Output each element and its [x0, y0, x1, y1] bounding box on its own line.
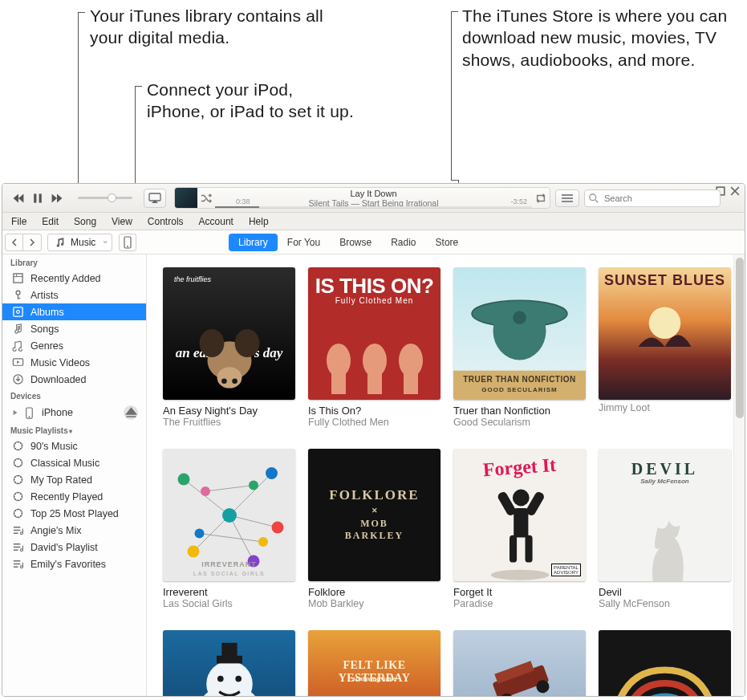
album-artist: Jimmy Loot: [599, 402, 731, 413]
svg-rect-10: [14, 307, 22, 316]
sidebar-playlist-smart[interactable]: Classical Music: [2, 454, 146, 471]
sidebar-playlist[interactable]: Emily's Favorites: [2, 556, 146, 572]
scrollbar-thumb[interactable]: [736, 258, 744, 418]
album-artist: Sally McFenson: [599, 598, 731, 609]
content-body: Library Recently Added Artists Albums So…: [2, 254, 745, 696]
album-art: IRREVERANT LAS SOCIAL GIRLS: [163, 449, 295, 581]
progress-track[interactable]: [215, 206, 532, 208]
menu-help[interactable]: Help: [242, 214, 276, 229]
album-cell[interactable]: DEVIL Sally McFenson Devil Sally McFenso…: [599, 449, 731, 609]
album-cell[interactable]: FELT LIKE YESTERDAY scalawag slate: [308, 630, 440, 696]
album-cell[interactable]: [453, 630, 586, 696]
album-cell[interactable]: HOLIDAY STANDARDS SAMMY DEAN FARLIN, SR.: [163, 630, 295, 696]
back-button[interactable]: [6, 234, 23, 250]
menu-account[interactable]: Account: [192, 214, 241, 229]
album-cell[interactable]: Forget It PARENTALADVISORY Forget It Par…: [453, 449, 586, 609]
downloaded-icon: [12, 373, 24, 385]
sidebar-playlist[interactable]: Angie's Mix: [2, 522, 146, 539]
svg-point-25: [200, 329, 225, 357]
disclosure-icon[interactable]: [12, 409, 18, 416]
sidebar-header-playlists[interactable]: Music Playlists▾: [2, 422, 146, 438]
volume-thumb[interactable]: [108, 193, 116, 202]
smart-playlist-icon: [12, 440, 24, 452]
album-art: SUNSET BLUES: [599, 267, 731, 400]
sidebar-playlist[interactable]: David's Playlist: [2, 539, 146, 556]
svg-point-65: [490, 570, 549, 580]
sidebar-header-devices: Devices: [2, 388, 146, 403]
playlist-icon: [12, 558, 24, 570]
sidebar-playlist-smart[interactable]: My Top Rated: [2, 471, 146, 488]
up-next-button[interactable]: [555, 189, 579, 207]
recently-added-icon: [12, 272, 24, 284]
svg-point-31: [363, 344, 387, 377]
sidebar-item-iphone[interactable]: iPhone: [2, 403, 146, 422]
forward-button[interactable]: [23, 234, 41, 250]
pause-button[interactable]: [30, 190, 46, 206]
sidebar-item-albums[interactable]: Albums: [2, 303, 146, 320]
callout-leader: [135, 86, 136, 190]
album-cell[interactable]: TRUER THAN NONFICTION GOOD SECULARISM Tr…: [453, 267, 586, 428]
sidebar-item-artists[interactable]: Artists: [2, 287, 146, 303]
album-cell[interactable]: an easy night's day the fruitflies An Ea…: [163, 267, 295, 428]
menu-controls[interactable]: Controls: [140, 214, 191, 229]
svg-line-42: [184, 479, 229, 515]
album-cell[interactable]: [599, 630, 731, 696]
tab-browse[interactable]: Browse: [330, 234, 381, 251]
svg-rect-35: [404, 372, 418, 394]
callout-leader: [135, 86, 142, 87]
svg-point-41: [649, 307, 681, 340]
album-artist: Fully Clothed Men: [308, 417, 440, 428]
device-button[interactable]: [119, 234, 136, 251]
sidebar-item-genres[interactable]: Genres: [2, 337, 146, 354]
next-button[interactable]: [49, 190, 65, 206]
media-kind-select[interactable]: Music: [47, 234, 112, 251]
sidebar-playlist-smart[interactable]: 90's Music: [2, 438, 146, 454]
svg-rect-4: [149, 193, 160, 201]
album-cell[interactable]: IRREVERANT LAS SOCIAL GIRLS Irreverent L…: [163, 449, 295, 609]
svg-point-69: [235, 675, 242, 682]
sidebar-playlist-smart[interactable]: Top 25 Most Played: [2, 505, 146, 522]
svg-point-7: [127, 246, 128, 247]
elapsed-time: 0:38: [236, 197, 250, 206]
repeat-icon[interactable]: [532, 193, 550, 204]
album-art: DEVIL Sally McFenson: [599, 449, 731, 581]
svg-rect-60: [510, 535, 517, 563]
search-input[interactable]: [584, 189, 721, 207]
phone-icon: [124, 236, 132, 249]
search-field[interactable]: [584, 189, 721, 207]
album-cell[interactable]: IS THIS ON? Fully Clothed Men Is This On…: [308, 267, 440, 428]
tab-library[interactable]: Library: [229, 234, 278, 251]
previous-button[interactable]: [10, 190, 26, 206]
svg-point-5: [590, 193, 596, 200]
scrollbar[interactable]: [733, 254, 745, 696]
album-cell[interactable]: SUNSET BLUES Sunset Blues Jimmy Loot: [599, 267, 731, 428]
menu-edit[interactable]: Edit: [35, 214, 66, 229]
eject-button[interactable]: [124, 405, 138, 420]
menu-file[interactable]: File: [4, 214, 34, 229]
tab-store[interactable]: Store: [426, 234, 469, 251]
album-art: HOLIDAY STANDARDS SAMMY DEAN FARLIN, SR.: [163, 630, 295, 696]
nav-toolbar: Music Library For You Browse Radio Store: [2, 230, 745, 254]
album-art: Forget It PARENTALADVISORY: [453, 449, 586, 581]
close-button[interactable]: [730, 186, 740, 196]
albums-icon: [12, 306, 24, 318]
sidebar-item-recently-added[interactable]: Recently Added: [2, 270, 146, 287]
sidebar-item-songs[interactable]: Songs: [2, 320, 146, 337]
shuffle-icon[interactable]: [197, 193, 215, 204]
menu-view[interactable]: View: [104, 214, 140, 229]
tab-for-you[interactable]: For You: [278, 234, 330, 251]
callout-leader: [451, 11, 452, 180]
menubar: File Edit Song View Controls Account Hel…: [2, 213, 745, 230]
album-cell[interactable]: FOLKLORE ✕ MOBBARKLEY Folklore Mob Barkl…: [308, 449, 440, 609]
svg-point-27: [217, 367, 242, 388]
now-playing-lcd[interactable]: Lay It Down Silent Tails — Start Being I…: [174, 187, 550, 209]
svg-point-11: [17, 311, 20, 314]
airplay-button[interactable]: [144, 189, 166, 208]
sidebar-item-downloaded[interactable]: Downloaded: [2, 371, 146, 388]
tab-radio[interactable]: Radio: [381, 234, 425, 251]
menu-song[interactable]: Song: [67, 214, 104, 229]
album-grid: an easy night's day the fruitflies An Ea…: [147, 254, 745, 696]
volume-slider[interactable]: [78, 197, 132, 199]
sidebar-item-music-videos[interactable]: Music Videos: [2, 354, 146, 371]
sidebar-playlist-smart[interactable]: Recently Played: [2, 488, 146, 505]
